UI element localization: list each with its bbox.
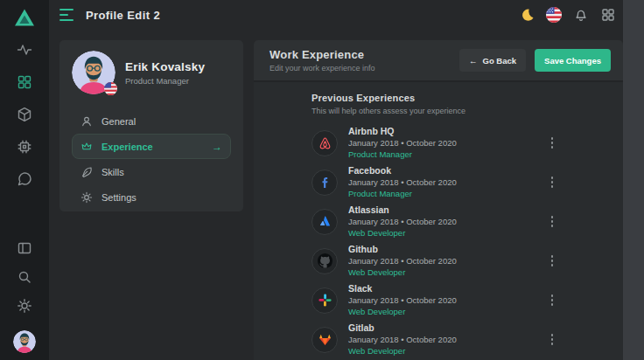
user-avatar-small[interactable] [13,330,36,353]
experience-role: Web Developer [348,229,457,238]
save-changes-button[interactable]: Save Changes [535,49,611,72]
experience-dates: January 2018 • October 2020 [348,178,457,187]
main-column: Profile Edit 2 [49,0,623,360]
experience-role: Web Developer [348,268,457,277]
nav-item-settings[interactable]: Settings [72,184,231,210]
go-back-button[interactable]: ← Go Back [459,49,526,72]
row-menu-dots-icon[interactable] [548,252,557,270]
rail-bottom-group [13,240,36,353]
notifications-bell-icon[interactable] [573,7,589,23]
atlassian-logo-icon [312,209,338,235]
work-title: Work Experience [270,48,375,61]
layout-sidebar-icon[interactable] [17,240,32,256]
work-header: Work Experience Edit your work experienc… [254,40,623,80]
work-subtitle: Edit your work experience info [270,64,375,73]
profile-name: Erik Kovalsky [125,60,205,73]
experience-company: Github [348,245,457,254]
us-flag-badge-icon [104,82,117,95]
gitlab-logo-icon [312,327,338,353]
page-title: Profile Edit 2 [86,9,160,22]
icon-rail [0,0,49,360]
experience-text: Facebook January 2018 • October 2020 Pro… [348,166,457,198]
experience-row: Facebook January 2018 • October 2020 Pro… [312,163,623,202]
arrow-right-icon: → [212,141,222,153]
package-box-icon[interactable] [17,107,32,122]
profile-card: Erik Kovalsky Product Manager General Ex… [60,40,243,211]
search-icon[interactable] [17,269,32,285]
experience-role: Web Developer [348,347,457,356]
profile-identity: Erik Kovalsky Product Manager [125,60,205,86]
profile-avatar-wrap [72,51,116,94]
work-experience-panel: Work Experience Edit your work experienc… [254,40,623,360]
experience-company: Slack [348,284,457,294]
experience-row: Atlassian January 2018 • October 2020 We… [312,202,623,241]
experience-company: Facebook [348,166,457,176]
experience-company: Airbnb HQ [348,127,457,136]
airbnb-logo-icon [312,130,338,156]
github-logo-icon [312,248,338,274]
language-us-flag-icon[interactable] [546,7,562,23]
experience-dates: January 2018 • October 2020 [348,336,457,344]
nav-item-general[interactable]: General [72,108,231,134]
experience-text: Airbnb HQ January 2018 • October 2020 Pr… [348,127,457,159]
app-window: Profile Edit 2 [0,0,644,360]
chat-bubble-icon[interactable] [17,171,32,187]
profile-card-header: Erik Kovalsky Product Manager [72,51,231,94]
experience-text: Atlassian January 2018 • October 2020 We… [348,205,457,238]
row-menu-dots-icon[interactable] [548,134,557,152]
experience-row: Airbnb HQ January 2018 • October 2020 Pr… [312,123,623,163]
experience-role: Web Developer [348,308,457,316]
row-menu-dots-icon[interactable] [548,330,557,349]
content-area: Erik Kovalsky Product Manager General Ex… [49,30,623,360]
experience-company: Atlassian [348,205,457,215]
experience-dates: January 2018 • October 2020 [348,218,457,226]
rail-top-group [17,42,32,187]
dark-mode-moon-icon[interactable] [519,7,535,23]
experience-company: Gitlab [348,323,457,333]
work-body: Previous Experiences This will help othe… [254,82,623,360]
right-edge-panel [623,0,644,360]
row-menu-dots-icon[interactable] [548,173,557,191]
activity-icon[interactable] [17,42,32,58]
nav-label: Experience [102,142,153,152]
menu-toggle-icon[interactable] [60,9,75,21]
app-logo-icon[interactable] [13,7,36,28]
dashboard-grid-icon[interactable] [17,74,32,90]
feather-icon [80,166,93,178]
topbar-actions [519,7,616,23]
profile-role: Product Manager [125,76,205,86]
user-icon [80,115,93,128]
nav-item-experience[interactable]: Experience → [72,134,231,159]
experience-text: Github January 2018 • October 2020 Web D… [348,245,457,277]
experience-list: Airbnb HQ January 2018 • October 2020 Pr… [312,123,623,359]
row-menu-dots-icon[interactable] [548,291,557,309]
apps-grid-icon[interactable] [600,7,616,23]
experience-row: Slack January 2018 • October 2020 Web De… [312,280,623,320]
experience-dates: January 2018 • October 2020 [348,257,457,266]
nav-label: Settings [102,192,136,203]
section-subtitle: This will help others assess your experi… [312,107,623,115]
experience-dates: January 2018 • October 2020 [348,139,457,148]
experience-dates: January 2018 • October 2020 [348,296,457,305]
facebook-logo-icon [312,170,338,196]
experience-row: Github January 2018 • October 2020 Web D… [312,241,623,280]
nav-item-skills[interactable]: Skills [72,159,231,184]
work-actions: ← Go Back Save Changes [459,49,611,72]
experience-text: Gitlab January 2018 • October 2020 Web D… [348,323,457,356]
experience-role: Product Manager [348,190,457,198]
crown-icon [80,141,93,153]
gear-icon [80,191,93,204]
profile-nav: General Experience → Skills Settings [72,108,231,210]
experience-row: Gitlab January 2018 • October 2020 Web D… [312,320,623,359]
slack-logo-icon [312,287,338,314]
section-title: Previous Experiences [312,93,623,103]
nav-label: General [102,116,136,127]
row-menu-dots-icon[interactable] [548,212,557,231]
cpu-icon[interactable] [17,139,32,155]
experience-text: Slack January 2018 • October 2020 Web De… [348,284,457,316]
nav-label: Skills [102,167,124,177]
experience-role: Product Manager [348,150,457,159]
settings-gear-icon[interactable] [17,298,32,314]
arrow-left-icon: ← [469,56,478,66]
topbar: Profile Edit 2 [49,0,623,30]
